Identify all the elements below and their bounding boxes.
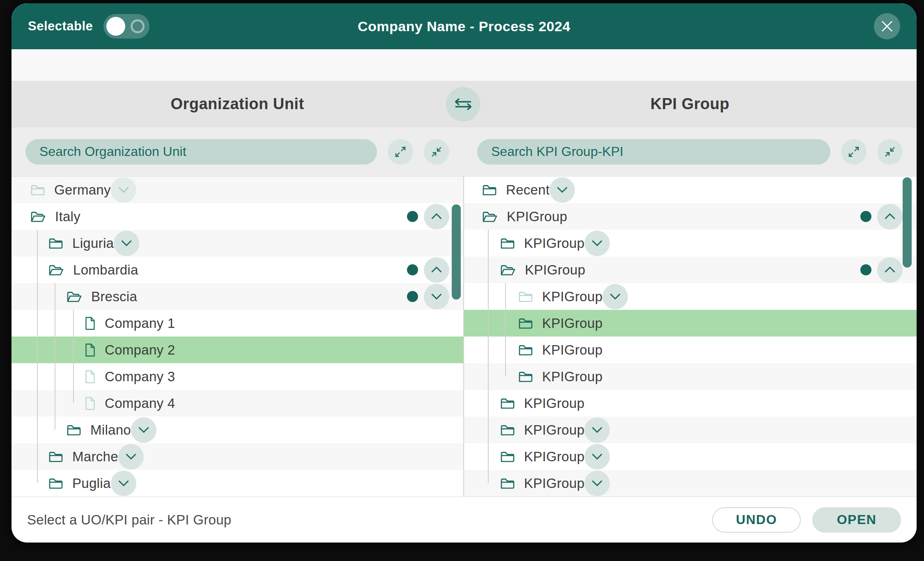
tree-row[interactable]: KPIGroup [463,390,917,417]
kpi-group-panel: RecentKPIGroupKPIGroupKPIGroupKPIGroupKP… [463,176,917,497]
expand-all-icon [848,146,860,158]
tree-row[interactable]: Lombardia [11,256,463,283]
collapse-all-left-button[interactable] [424,139,449,165]
tree-row[interactable]: KPIGroup [463,470,917,497]
tree-row[interactable]: KPIGroup [463,283,917,310]
collapse-row-button[interactable] [424,257,449,283]
collapse-row-button[interactable] [424,204,449,229]
tree-row[interactable]: Company 3 [11,363,463,390]
tree-guide-line [505,283,506,376]
tree-row[interactable]: KPIGroup [463,337,917,363]
tree-row-label: Marche [72,449,118,465]
folder-closed-icon [48,450,63,463]
tree-row[interactable]: Marche [11,443,463,470]
file-icon [85,343,96,357]
tree-row-label: KPIGroup [542,289,602,305]
left-scrollbar[interactable] [452,204,461,300]
tree-row[interactable]: KPIGroup [463,256,917,283]
file-icon [85,396,96,410]
expand-row-button[interactable] [424,284,449,309]
tree-row-label: KPIGroup [524,422,584,438]
close-button[interactable] [874,13,900,39]
collapse-all-icon [884,146,896,158]
expand-row-button[interactable] [602,284,628,309]
search-organization-unit-input[interactable] [25,139,377,165]
tree-row[interactable]: Brescia [11,283,463,310]
search-kpi-group-input[interactable] [477,139,830,165]
tree-panels: GermanyItalyLiguriaLombardiaBresciaCompa… [11,176,917,497]
folder-open-icon [500,263,516,276]
expand-row-button[interactable] [584,417,610,443]
open-button[interactable]: OPEN [812,507,901,533]
expand-row-button[interactable] [584,444,610,469]
tree-guide-line [73,310,74,403]
dialog-titlebar: Selectable Company Name - Process 2024 [11,3,917,49]
tree-row-label: Brescia [91,289,137,305]
expand-all-right-button[interactable] [841,139,867,165]
tree-row[interactable]: Company 1 [11,310,463,337]
tree-row-label: KPIGroup [542,342,602,358]
selection-dot-icon [860,264,871,275]
tree-row[interactable]: Germany [11,176,463,203]
tree-row-label: KPIGroup [542,369,602,385]
tree-row[interactable]: KPIGroup [463,230,917,256]
tree-row-label: Company 2 [105,342,175,358]
chevron-down-icon [591,240,603,247]
collapse-all-icon [430,146,443,158]
tree-row[interactable]: KPIGroup [463,203,917,230]
folder-closed-icon [518,317,533,330]
tree-row[interactable]: Italy [11,203,463,230]
tree-row-label: KPIGroup [524,476,584,491]
collapse-row-button[interactable] [877,257,903,283]
tree-row-label: Company 3 [105,369,175,385]
chevron-down-icon [118,480,129,487]
panel-divider [463,176,464,497]
expand-row-button[interactable] [584,231,610,256]
tree-row[interactable]: KPIGroup [463,363,917,390]
selectable-toggle[interactable] [103,14,149,39]
tree-row[interactable]: Puglia [11,470,463,497]
collapse-row-button[interactable] [877,204,903,229]
tree-row-label: Company 1 [105,316,175,331]
expand-row-button[interactable] [114,231,139,256]
tree-row[interactable]: Milano [11,417,463,443]
organization-unit-panel: GermanyItalyLiguriaLombardiaBresciaCompa… [11,176,463,497]
expand-row-button[interactable] [584,471,610,496]
tree-row[interactable]: Recent [463,176,917,203]
chevron-down-icon [138,426,149,433]
tree-row[interactable]: Company 4 [11,390,463,417]
collapse-all-right-button[interactable] [877,139,903,165]
tree-row-label: Milano [90,422,131,438]
tree-row-label: Liguria [72,236,114,251]
selection-dot-icon [407,291,418,302]
tree-row[interactable]: Company 2 [11,337,463,363]
tree-row[interactable]: KPIGroup [463,443,917,470]
chevron-up-icon [884,213,896,220]
column-headers: Organization Unit KPI Group [11,81,917,127]
expand-row-button[interactable] [131,417,156,443]
swap-panels-button[interactable] [446,87,480,121]
expand-row-button[interactable] [111,471,136,496]
right-scrollbar[interactable] [903,177,912,268]
tree-row[interactable]: KPIGroup [463,310,917,337]
left-panel-title: Organization Unit [170,95,304,113]
chevron-down-icon [431,293,442,300]
tree-row-label: Lombardia [73,262,138,278]
expand-row-button[interactable] [549,177,575,203]
expand-row-button[interactable] [118,444,144,469]
selection-dot-icon [407,211,418,222]
folder-open-icon [482,210,498,223]
tree-row-label: Recent [506,182,549,198]
chevron-down-icon [125,453,137,460]
search-band [11,127,917,176]
chevron-down-icon [609,293,621,300]
tree-row-label: KPIGroup [524,396,584,411]
tree-row[interactable]: Liguria [11,230,463,256]
folder-closed-icon [518,290,533,303]
chevron-down-icon [556,186,568,193]
undo-button[interactable]: UNDO [712,507,801,533]
folder-closed-icon [48,477,63,490]
expand-row-button[interactable] [111,177,136,203]
tree-row[interactable]: KPIGroup [463,417,917,443]
expand-all-left-button[interactable] [388,139,413,165]
